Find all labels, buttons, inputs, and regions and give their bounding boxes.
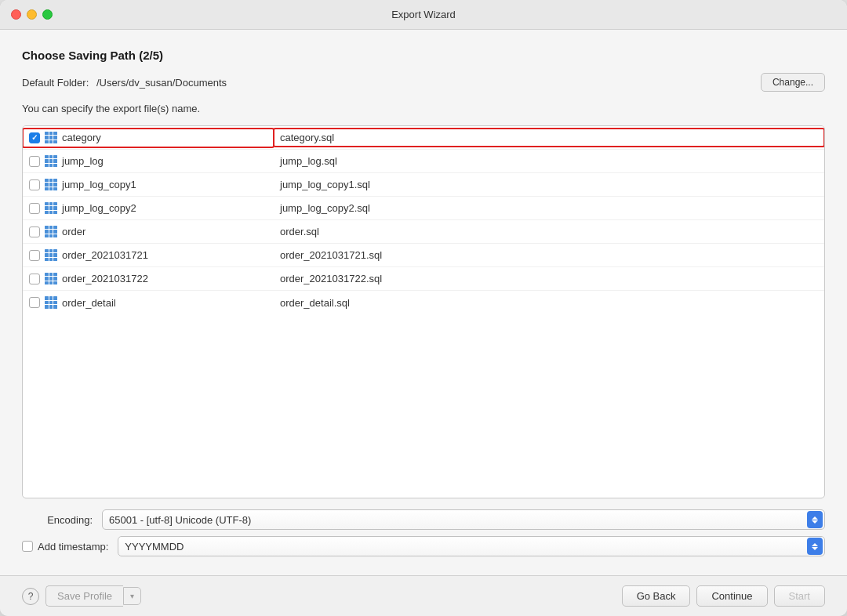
go-back-button[interactable]: Go Back [622,585,691,607]
table-row: order_detailorder_detail.sql [23,291,824,314]
window-title: Export Wizard [391,9,456,20]
row-checkbox[interactable] [29,203,40,214]
table-filename-cell: order.sql [274,223,824,241]
table-name-cell: jump_log_copy1 [23,176,274,194]
table-body: categorycategory.sqljump_logjump_log.sql… [23,126,824,476]
folder-path: /Users/dv_susan/Documents [96,77,227,89]
table-row: categorycategory.sql [23,126,824,150]
table-filename-cell: order_2021031721.sql [274,246,824,264]
footer-left: ? Save Profile ▾ [22,585,141,607]
timestamp-select[interactable]: YYYYMMDD [118,536,825,556]
step-title: Choose Saving Path (2/5) [22,49,825,62]
timestamp-label: Add timestamp: [38,541,108,553]
table-name-cell: order [23,223,274,241]
table-row: jump_log_copy1jump_log_copy1.sql [23,173,824,197]
hint-text: You can specify the export file(s) name. [22,103,825,114]
row-name: order_detail [62,297,116,309]
export-wizard-window: Export Wizard Choose Saving Path (2/5) D… [0,0,847,616]
encoding-select[interactable]: 65001 - [utf-8] Unicode (UTF-8) [102,509,825,530]
table-filename-cell: category.sql [274,129,824,147]
row-checkbox[interactable] [29,297,40,308]
row-name: jump_log_copy2 [62,202,136,214]
table-icon [45,296,57,309]
table-icon [45,155,57,168]
table-row: orderorder.sql [23,220,824,244]
row-name: jump_log [62,155,104,167]
table-filename-cell: jump_log.sql [274,152,824,170]
table-row: jump_logjump_log.sql [23,150,824,173]
save-profile-dropdown-button[interactable]: ▾ [123,587,141,605]
continue-button[interactable]: Continue [696,585,767,607]
table-filename-cell: jump_log_copy2.sql [274,199,824,217]
folder-row: Default Folder: /Users/dv_susan/Document… [22,73,825,92]
file-table: categorycategory.sqljump_logjump_log.sql… [22,125,825,498]
row-checkbox[interactable] [29,274,40,284]
table-name-cell: category [23,129,274,147]
row-name: order_2021031721 [62,249,148,261]
window-controls [11,9,53,20]
table-filename-cell: order_2021031722.sql [274,270,824,288]
encoding-row: Encoding: 65001 - [utf-8] Unicode (UTF-8… [22,509,825,530]
table-row: order_2021031722order_2021031722.sql [23,267,824,291]
row-name: category [62,132,101,143]
table-name-cell: jump_log [23,152,274,171]
help-button[interactable]: ? [22,588,39,605]
row-checkbox[interactable] [29,250,40,261]
row-checkbox[interactable] [29,132,40,143]
start-button[interactable]: Start [774,585,825,607]
change-button[interactable]: Change... [761,73,825,92]
table-filename-cell: order_detail.sql [274,294,824,312]
row-name: order_2021031722 [62,273,148,284]
table-icon [45,132,57,144]
timestamp-label-area: Add timestamp: [22,541,108,553]
table-name-cell: jump_log_copy2 [23,199,274,218]
row-checkbox[interactable] [29,156,40,167]
table-filename-cell: jump_log_copy1.sql [274,176,824,194]
table-icon [45,273,57,285]
encoding-label: Encoding: [22,514,93,526]
table-icon [45,249,57,262]
footer-right: Go Back Continue Start [622,585,825,607]
footer: ? Save Profile ▾ Go Back Continue Start [0,575,847,616]
table-icon [45,202,57,215]
minimize-button[interactable] [27,9,37,20]
bottom-controls: Encoding: 65001 - [utf-8] Unicode (UTF-8… [22,509,825,560]
timestamp-checkbox[interactable] [22,541,33,552]
folder-info: Default Folder: /Users/dv_susan/Document… [22,77,227,89]
table-icon [45,226,57,238]
encoding-select-wrapper: 65001 - [utf-8] Unicode (UTF-8) [102,509,825,530]
table-row: jump_log_copy2jump_log_copy2.sql [23,197,824,220]
table-row: order_2021031721order_2021031721.sql [23,244,824,267]
table-name-cell: order_2021031722 [23,270,274,288]
save-profile-button[interactable]: Save Profile [45,585,123,607]
main-content: Choose Saving Path (2/5) Default Folder:… [0,30,847,575]
timestamp-row: Add timestamp: YYYYMMDD [22,536,825,556]
row-checkbox[interactable] [29,179,40,190]
table-icon [45,179,57,191]
row-checkbox[interactable] [29,226,40,237]
row-name: order [62,226,85,237]
row-name: jump_log_copy1 [62,179,136,190]
folder-label: Default Folder: [22,77,89,89]
close-button[interactable] [11,9,21,20]
titlebar: Export Wizard [0,0,847,30]
timestamp-select-wrapper: YYYYMMDD [118,536,825,556]
maximize-button[interactable] [42,9,53,20]
table-name-cell: order_2021031721 [23,246,274,265]
table-name-cell: order_detail [23,293,274,312]
